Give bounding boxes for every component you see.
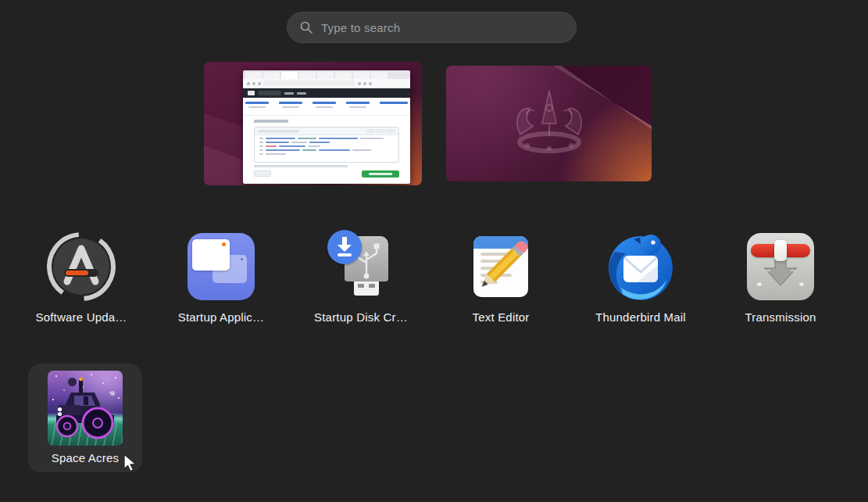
startup-applications-icon [184, 230, 258, 303]
tractor-illustration [48, 371, 123, 446]
software-updater-icon [45, 230, 118, 303]
github-page-body [243, 116, 410, 184]
firefox-window-thumbnail[interactable] [243, 70, 410, 184]
text-editor-icon [464, 230, 538, 303]
app-text-editor[interactable]: Text Editor [438, 230, 563, 324]
ubuntu-crown-wallpaper [491, 88, 608, 160]
search-placeholder: Type to search [321, 21, 400, 34]
app-label: Startup Disk Cr… [298, 310, 423, 324]
app-label: Transmission [718, 310, 843, 324]
download-badge-icon [327, 230, 362, 264]
transmission-icon [744, 230, 817, 303]
app-startup-applications[interactable]: Startup Applic… [159, 230, 284, 324]
startup-disk-creator-icon [324, 230, 398, 303]
activities-overview: Type to search [0, 0, 868, 502]
thunderbird-icon [604, 230, 677, 303]
app-label: Startup Applic… [159, 310, 284, 324]
browser-tab-strip [243, 70, 410, 79]
app-startup-disk-creator[interactable]: Startup Disk Cr… [298, 230, 423, 324]
github-nav-links [243, 98, 410, 116]
app-label: Thunderbird Mail [578, 310, 703, 324]
space-acres-icon [48, 371, 123, 446]
search-icon [300, 21, 313, 34]
app-label: Software Upda… [19, 310, 144, 324]
github-secondary-button [254, 170, 271, 177]
app-label: Text Editor [438, 310, 563, 324]
workspace-thumbnail-1[interactable] [204, 62, 422, 185]
github-header [243, 88, 410, 98]
search-input[interactable]: Type to search [287, 12, 577, 43]
file-view-box [254, 127, 399, 163]
app-transmission[interactable]: Transmission [718, 230, 843, 324]
browser-toolbar [243, 79, 410, 88]
app-thunderbird[interactable]: Thunderbird Mail [578, 230, 703, 324]
workspace-thumbnail-2[interactable] [446, 66, 652, 181]
mouse-cursor [123, 454, 140, 472]
github-commit-button [362, 170, 399, 177]
app-software-updater[interactable]: Software Upda… [19, 230, 144, 324]
